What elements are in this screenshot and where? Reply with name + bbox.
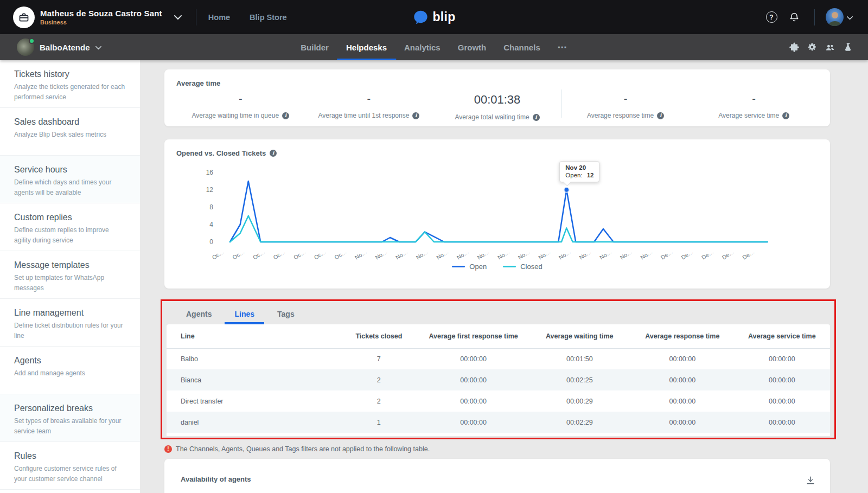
- account-plan-label: Business: [40, 19, 162, 25]
- tab-growth[interactable]: Growth: [458, 34, 487, 60]
- table-row: Balbo700:00:0000:01:5000:00:0000:00:00: [167, 348, 830, 369]
- download-icon[interactable]: [805, 475, 816, 486]
- bot-avatar[interactable]: [17, 39, 34, 56]
- table-cell: 00:00:00: [419, 390, 528, 412]
- main-content: Average time -Average waiting time in qu…: [140, 60, 868, 493]
- blip-logo: blip: [412, 9, 455, 25]
- tooltip-date: Nov 20: [565, 164, 593, 171]
- table-cell: 2: [339, 390, 419, 412]
- tab-builder[interactable]: Builder: [301, 34, 329, 60]
- table-tab-agents[interactable]: Agents: [185, 306, 213, 324]
- svg-text:No…: No…: [618, 248, 633, 261]
- table-header-cell: Average waiting time: [528, 324, 631, 348]
- table-cell: 00:02:29: [528, 412, 631, 433]
- account-switcher-chevron-icon[interactable]: [174, 12, 182, 22]
- notice-text: The Channels, Agents, Queues and Tags fi…: [176, 445, 430, 453]
- availability-title: Availability of agents: [181, 475, 251, 483]
- sidebar-item-description: Set types of breaks available for your s…: [14, 416, 126, 436]
- table-cell: 00:00:00: [631, 390, 734, 412]
- bot-switcher-chevron-icon[interactable]: [95, 42, 101, 52]
- table-row: daniel100:00:0000:02:2900:00:0000:00:00: [167, 412, 830, 433]
- tab-channels[interactable]: Channels: [503, 34, 540, 60]
- sidebar-item-tickets-history[interactable]: Tickets historyAnalyze the tickets gener…: [0, 60, 140, 108]
- table-header-row: LineTickets closedAverage first response…: [167, 324, 830, 348]
- organization-badge[interactable]: [13, 7, 35, 28]
- legend-item-closed[interactable]: Closed: [503, 262, 542, 271]
- table-cell: 00:02:25: [528, 369, 631, 390]
- average-time-card: Average time -Average waiting time in qu…: [164, 69, 830, 126]
- settings-sidebar: Tickets historyAnalyze the tickets gener…: [0, 60, 140, 493]
- tooltip-value: 12: [587, 172, 594, 178]
- sidebar-item-rules[interactable]: RulesConfigure customer service rules of…: [0, 442, 140, 490]
- line-chart[interactable]: 0481216Oc…Oc…Oc…Oc…Oc…Oc…Oc…No…No…No…No……: [192, 171, 799, 262]
- svg-text:De…: De…: [680, 248, 694, 261]
- sidebar-item-service-hours[interactable]: Service hoursDefine which days and times…: [0, 156, 140, 203]
- table-cell: Direct transfer: [167, 390, 339, 412]
- info-icon[interactable]: [270, 150, 277, 157]
- user-avatar[interactable]: [826, 8, 844, 26]
- topbar-links: Home Blip Store: [208, 13, 287, 22]
- series-line-closed: [230, 216, 768, 242]
- sidebar-item-custom-replies[interactable]: Custom repliesDefine custom replies to i…: [0, 203, 140, 251]
- nav-home-link[interactable]: Home: [208, 13, 230, 22]
- help-icon[interactable]: [765, 11, 777, 23]
- sidebar-item-sales-dashboard[interactable]: Sales dashboardAnalyze Blip Desk sales m…: [0, 108, 140, 156]
- bot-name[interactable]: BalboAtende: [40, 43, 90, 52]
- info-icon[interactable]: [282, 112, 289, 119]
- metric-label: Average total waiting time: [455, 113, 529, 121]
- lines-metrics-table-card: LineTickets closedAverage first response…: [167, 324, 830, 436]
- blip-balloon-icon: [412, 9, 429, 25]
- table-cell: 00:00:00: [734, 412, 830, 433]
- sidebar-item-title: Service hours: [14, 165, 126, 175]
- experiments-flask-icon[interactable]: [843, 42, 853, 52]
- more-tabs-button[interactable]: ⋯: [558, 34, 567, 60]
- tab-helpdesks[interactable]: Helpdesks: [346, 34, 387, 60]
- sidebar-item-title: Personalized breaks: [14, 404, 126, 413]
- team-icon[interactable]: [825, 42, 835, 52]
- svg-text:No…: No…: [578, 248, 592, 261]
- plugins-icon[interactable]: [789, 42, 799, 52]
- chart-title: Opened vs. Closed Tickets: [176, 149, 266, 157]
- info-icon[interactable]: [657, 112, 664, 119]
- table-cell: daniel: [167, 412, 339, 433]
- table-cell: 00:00:00: [734, 390, 830, 412]
- sidebar-item-description: Define ticket distribution rules for you…: [14, 321, 126, 341]
- info-icon[interactable]: [533, 114, 540, 121]
- sidebar-item-description: Analyze Blip Desk sales metrics: [14, 130, 126, 140]
- info-icon[interactable]: [782, 112, 789, 119]
- svg-text:No…: No…: [394, 248, 409, 261]
- warning-icon: [164, 445, 172, 453]
- settings-gear-icon[interactable]: [807, 42, 817, 52]
- sidebar-item-line-management[interactable]: Line managementDefine ticket distributio…: [0, 299, 140, 347]
- svg-text:12: 12: [206, 186, 214, 194]
- sidebar-item-description: Analyze the tickets generated for each p…: [14, 82, 126, 102]
- table-cell: 00:00:00: [631, 369, 734, 390]
- svg-text:No…: No…: [374, 248, 388, 261]
- svg-text:No…: No…: [598, 248, 613, 261]
- svg-text:No…: No…: [354, 248, 368, 261]
- sidebar-item-agents[interactable]: AgentsAdd and manage agents: [0, 347, 140, 394]
- sidebar-item-personalized-breaks[interactable]: Personalized breaksSet types of breaks a…: [0, 394, 140, 442]
- metric-average-time-until-1st-response: -Average time until 1st response: [305, 92, 433, 121]
- hovered-data-point: [564, 188, 569, 193]
- svg-text:16: 16: [206, 169, 214, 176]
- svg-text:0: 0: [209, 238, 213, 246]
- svg-text:Oc…: Oc…: [272, 248, 286, 261]
- table-cell: 00:00:00: [734, 369, 830, 390]
- legend-item-open[interactable]: Open: [452, 262, 487, 271]
- table-tabs: AgentsLinesTags: [162, 301, 834, 324]
- metric-value: 00:01:38: [433, 93, 561, 107]
- metric-value: -: [690, 93, 818, 105]
- info-icon[interactable]: [412, 112, 419, 119]
- table-header-cell: Average response time: [631, 324, 734, 348]
- tab-analytics[interactable]: Analytics: [404, 34, 441, 60]
- svg-text:No…: No…: [516, 248, 531, 261]
- topbar-divider: [196, 9, 196, 25]
- table-tab-tags[interactable]: Tags: [276, 306, 296, 324]
- nav-blip-store-link[interactable]: Blip Store: [250, 13, 286, 22]
- table-tab-lines[interactable]: Lines: [233, 306, 256, 324]
- notifications-bell-icon[interactable]: [788, 11, 800, 23]
- sidebar-item-message-templates[interactable]: Message templatesSet up templates for Wh…: [0, 251, 140, 299]
- svg-text:No…: No…: [476, 248, 490, 261]
- user-menu-chevron-icon[interactable]: [847, 12, 853, 22]
